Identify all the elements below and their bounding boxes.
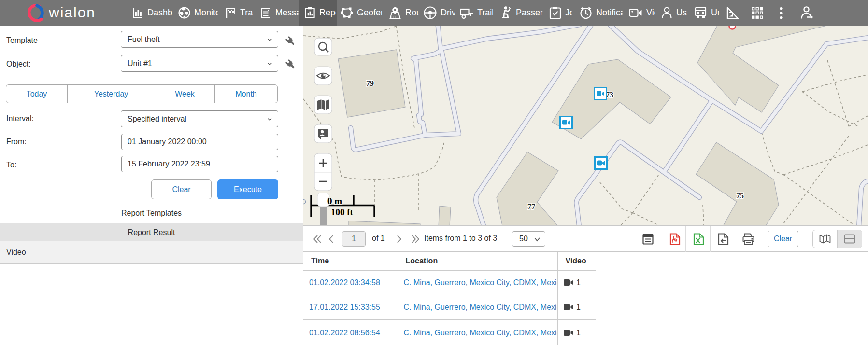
svg-text:77: 77 [527,203,535,211]
svg-text:100 ft: 100 ft [331,207,354,217]
svg-text:79: 79 [366,79,374,87]
svg-text:75: 75 [736,192,744,200]
svg-text:0 m: 0 m [327,196,342,206]
